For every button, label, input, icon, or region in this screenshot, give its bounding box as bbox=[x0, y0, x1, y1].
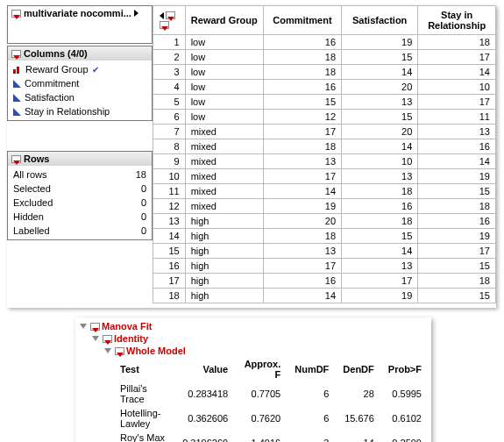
table-row[interactable]: 10mixed171319 bbox=[153, 169, 496, 184]
cell[interactable]: 17 bbox=[263, 125, 341, 139]
cell[interactable]: 10 bbox=[418, 80, 496, 95]
cell[interactable]: 13 bbox=[263, 244, 341, 259]
column-item[interactable]: Reward Group✔ bbox=[10, 62, 150, 76]
row-number[interactable]: 11 bbox=[153, 184, 186, 199]
cell[interactable]: mixed bbox=[185, 139, 263, 154]
row-number[interactable]: 2 bbox=[153, 50, 186, 65]
cell[interactable]: 15 bbox=[342, 229, 418, 244]
cell[interactable]: 13 bbox=[342, 259, 418, 274]
cell[interactable]: 18 bbox=[342, 184, 418, 199]
cell[interactable]: 11 bbox=[418, 110, 496, 125]
cell[interactable]: 15 bbox=[263, 95, 341, 110]
cell[interactable]: 13 bbox=[342, 95, 418, 110]
cell[interactable]: 18 bbox=[263, 139, 341, 154]
cell[interactable]: 14 bbox=[342, 139, 418, 154]
cell[interactable]: 16 bbox=[418, 214, 496, 229]
row-number[interactable]: 4 bbox=[153, 80, 186, 95]
triangle-down-icon[interactable] bbox=[92, 336, 99, 341]
table-corner[interactable] bbox=[153, 6, 186, 35]
cell[interactable]: mixed bbox=[185, 184, 263, 199]
cell[interactable]: 19 bbox=[342, 289, 418, 303]
column-item[interactable]: Commitment bbox=[10, 76, 150, 90]
table-row[interactable]: 4low162010 bbox=[153, 80, 496, 95]
column-header[interactable]: Stay inRelationship bbox=[418, 6, 496, 35]
cell[interactable]: 14 bbox=[418, 154, 496, 169]
row-number[interactable]: 12 bbox=[153, 199, 186, 214]
row-number[interactable]: 5 bbox=[153, 95, 186, 110]
cell[interactable]: 20 bbox=[342, 80, 418, 95]
disclosure-icon[interactable] bbox=[11, 50, 21, 58]
cell[interactable]: 18 bbox=[418, 35, 496, 50]
cell[interactable]: 18 bbox=[342, 214, 418, 229]
table-row[interactable]: 2low181517 bbox=[153, 50, 496, 65]
cell[interactable]: low bbox=[185, 110, 263, 125]
row-number[interactable]: 1 bbox=[153, 35, 186, 50]
cell[interactable]: 14 bbox=[342, 65, 418, 80]
cell[interactable]: 14 bbox=[418, 65, 496, 80]
table-row[interactable]: 9mixed131014 bbox=[153, 154, 496, 169]
cell[interactable]: mixed bbox=[185, 125, 263, 139]
cell[interactable]: 13 bbox=[418, 125, 496, 139]
column-item[interactable]: Satisfaction bbox=[10, 90, 150, 104]
table-row[interactable]: 3low181414 bbox=[153, 65, 496, 80]
cell[interactable]: high bbox=[185, 259, 263, 274]
cell[interactable]: high bbox=[185, 229, 263, 244]
cell[interactable]: 13 bbox=[263, 154, 341, 169]
cell[interactable]: 19 bbox=[342, 35, 418, 50]
wholemodel-header[interactable]: Whole Model bbox=[103, 345, 429, 357]
table-row[interactable]: 17high161718 bbox=[153, 274, 496, 289]
cell[interactable]: low bbox=[185, 80, 263, 95]
row-number[interactable]: 6 bbox=[153, 110, 186, 125]
cell[interactable]: 17 bbox=[418, 50, 496, 65]
identity-header[interactable]: Identity bbox=[90, 332, 429, 345]
cell[interactable]: mixed bbox=[185, 169, 263, 184]
cell[interactable]: high bbox=[185, 214, 263, 229]
table-row[interactable]: 8mixed181416 bbox=[153, 139, 496, 154]
cell[interactable]: mixed bbox=[185, 154, 263, 169]
column-header[interactable]: Satisfaction bbox=[342, 6, 418, 35]
cell[interactable]: low bbox=[185, 50, 263, 65]
cell[interactable]: 16 bbox=[418, 139, 496, 154]
row-number[interactable]: 14 bbox=[153, 229, 186, 244]
cell[interactable]: 16 bbox=[263, 80, 341, 95]
table-row[interactable]: 1low161918 bbox=[153, 35, 496, 50]
table-row[interactable]: 5low151317 bbox=[153, 95, 496, 110]
cell[interactable]: 12 bbox=[263, 110, 341, 125]
table-row[interactable]: 16high171315 bbox=[153, 259, 496, 274]
cell[interactable]: 15 bbox=[342, 50, 418, 65]
cell[interactable]: 15 bbox=[418, 259, 496, 274]
cell[interactable]: 18 bbox=[263, 50, 341, 65]
cell[interactable]: 17 bbox=[263, 259, 341, 274]
disclosure-icon[interactable] bbox=[103, 335, 112, 343]
row-number[interactable]: 7 bbox=[153, 125, 186, 139]
cell[interactable]: 19 bbox=[263, 199, 341, 214]
cell[interactable]: 16 bbox=[263, 274, 341, 289]
table-row[interactable]: 13high201816 bbox=[153, 214, 496, 229]
cell[interactable]: 15 bbox=[418, 184, 496, 199]
column-header[interactable]: Commitment bbox=[263, 6, 341, 35]
row-number[interactable]: 9 bbox=[153, 154, 186, 169]
cell[interactable]: 18 bbox=[263, 229, 341, 244]
rows-header[interactable]: Rows bbox=[8, 152, 152, 166]
cell[interactable]: 16 bbox=[263, 35, 341, 50]
cell[interactable]: 17 bbox=[263, 169, 341, 184]
row-number[interactable]: 3 bbox=[153, 65, 186, 80]
table-row[interactable]: 6low121511 bbox=[153, 110, 496, 125]
disclosure-icon[interactable] bbox=[90, 323, 100, 331]
cell[interactable]: low bbox=[185, 65, 263, 80]
cell[interactable]: 18 bbox=[418, 199, 496, 214]
data-table[interactable]: Reward GroupCommitmentSatisfactionStay i… bbox=[153, 5, 496, 303]
row-number[interactable]: 13 bbox=[153, 214, 186, 229]
cell[interactable]: 17 bbox=[418, 95, 496, 110]
cell[interactable]: 10 bbox=[342, 154, 418, 169]
cell[interactable]: 18 bbox=[263, 65, 341, 80]
table-row[interactable]: 7mixed172013 bbox=[153, 125, 496, 139]
cell[interactable]: 16 bbox=[342, 199, 418, 214]
row-number[interactable]: 16 bbox=[153, 259, 186, 274]
columns-header[interactable]: Columns (4/0) bbox=[8, 46, 152, 61]
disclosure-icon[interactable] bbox=[115, 347, 124, 355]
cell[interactable]: 14 bbox=[263, 184, 341, 199]
cell[interactable]: 17 bbox=[342, 274, 418, 289]
table-row[interactable]: 11mixed141815 bbox=[153, 184, 496, 199]
disclosure-icon[interactable] bbox=[11, 155, 21, 163]
